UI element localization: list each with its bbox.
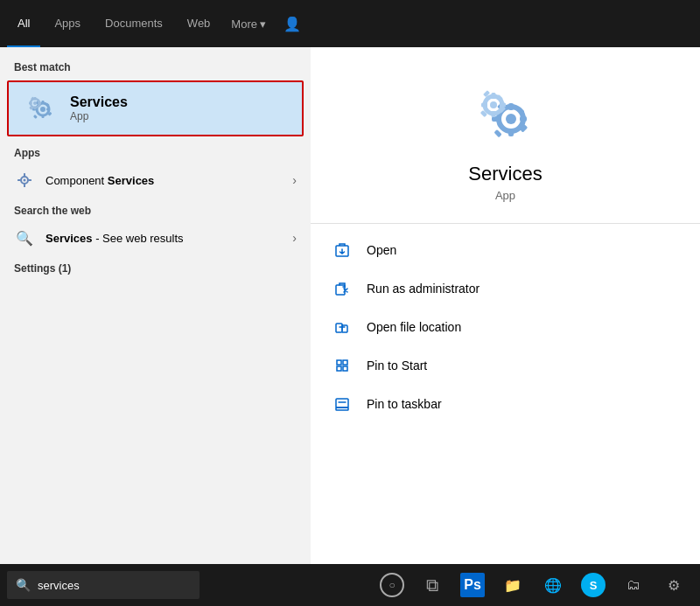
svg-rect-22 [24, 173, 25, 177]
action-pin-taskbar[interactable]: Pin to taskbar [325, 385, 686, 423]
svg-point-27 [506, 114, 516, 124]
svg-rect-50 [343, 360, 347, 365]
search-panel: All Apps Documents Web More ▾ 👤 ··· Best… [0, 0, 311, 564]
right-content: Services App Open [311, 47, 700, 564]
cortana-button[interactable]: ○ [373, 566, 411, 604]
taskbar-search-box[interactable]: 🔍 [7, 571, 200, 599]
chrome-icon: 🌐 [541, 573, 565, 597]
settings-button[interactable]: ⚙ [654, 566, 693, 604]
taskbar-icons: ○ ⧉ Ps 📁 🌐 S 🗂 ⚙ [373, 566, 700, 604]
action-open-label: Open [367, 243, 396, 257]
pin-start-icon [332, 355, 353, 376]
folder-button[interactable]: 📁 [494, 566, 532, 604]
skype-button[interactable]: S [574, 566, 612, 604]
taskbar-search-icon: 🔍 [16, 578, 31, 592]
run-admin-icon [332, 278, 353, 299]
svg-rect-12 [34, 97, 37, 101]
best-match-text: Services App [70, 94, 128, 122]
settings-section-label: Settings (1) [0, 255, 311, 278]
cortana-icon: ○ [380, 573, 404, 597]
divider [311, 223, 700, 224]
action-file-location[interactable]: Open file location [325, 308, 686, 346]
svg-rect-9 [33, 115, 38, 119]
right-nav-spacer [311, 0, 700, 47]
chrome-button[interactable]: 🌐 [534, 566, 572, 604]
svg-rect-14 [29, 102, 32, 105]
files-button[interactable]: 🗂 [614, 566, 653, 604]
svg-rect-13 [34, 107, 37, 110]
action-open[interactable]: Open [325, 231, 686, 269]
photoshop-button[interactable]: Ps [453, 566, 492, 604]
svg-rect-40 [481, 103, 487, 108]
more-button[interactable]: More ▾ [224, 0, 273, 47]
component-services-label: Component Services [46, 174, 282, 187]
results-content: Best match [0, 47, 311, 564]
action-file-location-label: Open file location [367, 320, 461, 334]
nav-tabs: All Apps Documents Web More ▾ 👤 ··· [0, 0, 311, 47]
component-services-icon [14, 170, 35, 191]
best-match-title: Services [70, 94, 128, 110]
folder-icon: 📁 [500, 573, 525, 597]
action-pin-taskbar-label: Pin to taskbar [367, 397, 442, 411]
svg-rect-23 [24, 185, 25, 188]
open-icon [332, 240, 353, 261]
svg-rect-52 [343, 366, 347, 371]
apps-section-label: Apps [0, 140, 311, 163]
tab-apps[interactable]: Apps [44, 0, 91, 47]
svg-rect-54 [336, 407, 348, 410]
skype-icon: S [581, 573, 606, 597]
taskbar-search-input[interactable] [38, 579, 191, 592]
action-pin-start[interactable]: Pin to Start [325, 346, 686, 385]
person-icon[interactable]: 👤 [276, 12, 308, 36]
app-big-icon [471, 82, 541, 152]
svg-rect-53 [336, 399, 348, 407]
app-name-title: Services [468, 163, 542, 185]
tab-documents[interactable]: Documents [94, 0, 173, 47]
tab-web[interactable]: Web [177, 0, 221, 47]
svg-rect-24 [18, 179, 21, 181]
pin-taskbar-icon [332, 394, 353, 414]
svg-point-1 [40, 107, 46, 112]
best-match-item[interactable]: Services App [7, 80, 304, 136]
action-run-admin-label: Run as administrator [367, 282, 480, 296]
best-match-subtitle: App [70, 110, 128, 122]
files-icon: 🗂 [621, 573, 646, 597]
chevron-down-icon: ▾ [260, 17, 266, 31]
svg-rect-5 [46, 108, 50, 111]
right-panel: Services App Open [311, 0, 700, 564]
action-list: Open Run as administrator [311, 231, 700, 423]
app-type-label: App [495, 189, 515, 202]
start-menu: All Apps Documents Web More ▾ 👤 ··· Best… [0, 0, 700, 564]
web-chevron-icon: › [292, 231, 297, 245]
svg-rect-28 [508, 103, 514, 110]
taskbar: 🔍 ○ ⧉ Ps 📁 🌐 S 🗂 ⚙ [0, 564, 700, 606]
svg-point-11 [33, 101, 37, 105]
task-view-icon: ⧉ [426, 575, 438, 596]
svg-rect-3 [42, 115, 45, 118]
svg-rect-51 [337, 366, 341, 371]
file-location-icon [332, 317, 353, 338]
tab-all[interactable]: All [7, 0, 40, 47]
task-view-button[interactable]: ⧉ [413, 566, 452, 604]
svg-rect-31 [520, 116, 527, 122]
svg-rect-35 [494, 129, 501, 137]
web-search-text: Services - See web results [46, 232, 282, 245]
web-search-item[interactable]: 🔍 Services - See web results › [0, 220, 311, 255]
svg-rect-49 [337, 360, 341, 365]
action-run-admin[interactable]: Run as administrator [325, 269, 686, 308]
settings-icon: ⚙ [662, 573, 686, 597]
action-pin-start-label: Pin to Start [367, 359, 427, 373]
svg-rect-2 [42, 101, 45, 104]
best-match-label: Best match [0, 54, 311, 77]
svg-point-21 [24, 179, 26, 182]
chevron-right-icon: › [292, 173, 297, 187]
svg-rect-38 [491, 93, 495, 99]
svg-rect-48 [336, 324, 342, 332]
services-gear-icon [23, 91, 58, 126]
component-services-item[interactable]: Component Services › [0, 163, 311, 198]
photoshop-icon: Ps [460, 573, 485, 597]
svg-rect-29 [508, 129, 514, 136]
search-icon: 🔍 [14, 227, 35, 248]
web-section-label: Search the web [0, 198, 311, 220]
svg-point-37 [490, 101, 497, 108]
